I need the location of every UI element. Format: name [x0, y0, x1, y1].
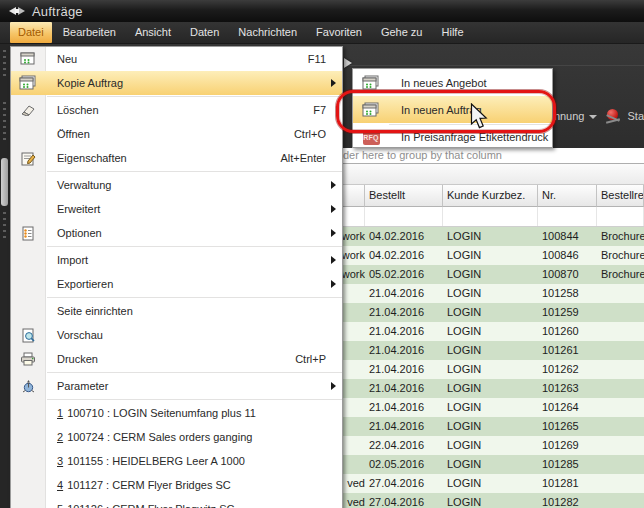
status-pin-icon[interactable] — [605, 108, 621, 124]
toolbar-grip[interactable] — [3, 102, 6, 142]
table-row[interactable]: 21.04.2016 LOGIN 101261 — [343, 341, 644, 360]
menu-item-label: Öffnen — [57, 128, 90, 140]
cell-nr: 101261 — [538, 341, 597, 360]
recent-item-1[interactable]: 1100710 : LOGIN Seitenumfang plus 11 — [11, 401, 342, 425]
menubar-item-gehezu[interactable]: Gehe zu — [373, 22, 431, 43]
cell-kunde: LOGIN — [443, 227, 538, 246]
recent-number: 3 — [57, 455, 63, 467]
status-button-fragment[interactable]: Sta — [627, 110, 644, 122]
toolbar-grip[interactable] — [3, 50, 6, 78]
menu-item-oeffnen[interactable]: Öffnen Ctrl+O — [11, 122, 342, 146]
dock-scroll-thumb[interactable] — [1, 158, 8, 206]
table-row[interactable]: ved 27.04.2016 LOGIN 101281 — [343, 474, 644, 493]
menu-item-import[interactable]: Import — [11, 248, 342, 272]
menubar-item-bearbeiten[interactable]: Bearbeiten — [55, 22, 124, 43]
submenu-arrow-icon — [331, 382, 336, 390]
recent-number: 2 — [57, 431, 63, 443]
menu-item-eigenschaften[interactable]: Eigenschaften Alt+Enter — [11, 146, 342, 170]
print-preview-icon — [19, 326, 37, 344]
table-row[interactable]: twork 04.02.2016 LOGIN 100846 Brochure — [343, 246, 644, 265]
cell-status: ved — [343, 493, 365, 508]
menu-item-verwaltung[interactable]: Verwaltung — [11, 173, 342, 197]
menubar-item-ansicht[interactable]: Ansicht — [127, 22, 179, 43]
table-row[interactable]: 21.04.2016 LOGIN 101264 — [343, 398, 644, 417]
cell-bestellt: 21.04.2016 — [365, 379, 443, 398]
recent-item-5[interactable]: 5101126 : CERM Flyer Plagwitz SC — [11, 497, 342, 508]
cell-nr: 101264 — [538, 398, 597, 417]
menu-item-loeschen[interactable]: Löschen F7 — [11, 98, 342, 122]
menu-item-vorschau[interactable]: Vorschau — [11, 323, 342, 347]
column-header-status[interactable] — [343, 185, 365, 207]
mouse-cursor — [470, 103, 488, 130]
menu-item-label: Parameter — [57, 380, 108, 392]
cell-ref — [597, 398, 644, 417]
filter-cell[interactable] — [538, 207, 597, 226]
cell-bestellt: 02.05.2016 — [365, 455, 443, 474]
menubar-item-favoriten[interactable]: Favoriten — [308, 22, 370, 43]
menu-item-seite-einrichten[interactable]: Seite einrichten — [11, 299, 342, 323]
recent-item-3[interactable]: 3101155 : HEIDELBERG Leer A 1000 — [11, 449, 342, 473]
table-row[interactable]: 21.04.2016 LOGIN 101265 — [343, 417, 644, 436]
cell-bestellt: 27.04.2016 — [365, 474, 443, 493]
table-row[interactable]: 21.04.2016 LOGIN 101259 — [343, 303, 644, 322]
cell-bestellt: 21.04.2016 — [365, 398, 443, 417]
recent-item-4[interactable]: 4101127 : CERM Flyer Bridges SC — [11, 473, 342, 497]
table-row[interactable]: 22.04.2016 LOGIN 101269 — [343, 436, 644, 455]
cell-status — [343, 341, 365, 360]
menubar-item-datei[interactable]: Datei — [10, 22, 52, 43]
table-row[interactable]: twork 04.02.2016 LOGIN 100844 Brochure — [343, 227, 644, 246]
table-row[interactable]: 21.04.2016 LOGIN 101262 — [343, 360, 644, 379]
cell-nr: 101282 — [538, 493, 597, 508]
cell-status — [343, 436, 365, 455]
filter-cell[interactable] — [365, 207, 443, 226]
toolbar-grip[interactable] — [3, 212, 6, 238]
cell-bestellt: 05.02.2016 — [365, 265, 443, 284]
menu-item-erweitert[interactable]: Erweitert — [11, 197, 342, 221]
submenu-arrow-icon — [331, 181, 336, 189]
recent-item-2[interactable]: 2100724 : CERM Sales orders ganging — [11, 425, 342, 449]
table-row[interactable]: 21.04.2016 LOGIN 101263 — [343, 379, 644, 398]
cell-ref — [597, 436, 644, 455]
menubar-item-hilfe[interactable]: Hilfe — [434, 22, 472, 43]
cell-kunde: LOGIN — [443, 360, 538, 379]
menu-item-label: Verwaltung — [57, 179, 111, 191]
menu-item-label: Optionen — [57, 227, 102, 239]
cell-ref: Brochure — [597, 227, 644, 246]
grid-band-row — [343, 163, 644, 185]
table-row[interactable]: 21.04.2016 LOGIN 101260 — [343, 322, 644, 341]
form-new-icon — [19, 50, 37, 68]
menu-item-neu[interactable]: Neu F11 — [11, 47, 342, 71]
column-header-nr[interactable]: Nr. — [538, 185, 597, 207]
cell-status: ved — [343, 474, 365, 493]
cell-nr: 101258 — [538, 284, 597, 303]
cell-ref: Brochure — [597, 265, 644, 284]
table-row[interactable]: ved 27.04.2016 LOGIN 101282 — [343, 493, 644, 508]
recent-number: 5 — [57, 503, 63, 508]
recent-label: 101155 : HEIDELBERG Leer A 1000 — [67, 455, 245, 467]
menu-shortcut: F11 — [308, 53, 326, 65]
cell-status — [343, 322, 365, 341]
column-header-bestellt[interactable]: Bestellt — [365, 185, 443, 207]
menu-item-optionen[interactable]: Optionen — [11, 221, 342, 245]
title-bar: Aufträge — [0, 0, 644, 23]
cell-bestellt: 04.02.2016 — [365, 227, 443, 246]
column-header-kunde[interactable]: Kunde Kurzbez. — [443, 185, 538, 207]
menu-item-parameter[interactable]: Parameter — [11, 374, 342, 398]
menu-item-kopie-auftrag[interactable]: Kopie Auftrag — [11, 71, 342, 95]
cell-kunde: LOGIN — [443, 284, 538, 303]
cell-nr: 100870 — [538, 265, 597, 284]
filter-cell[interactable] — [343, 207, 365, 226]
column-header-bestellref[interactable]: Bestellref — [597, 185, 644, 207]
table-row[interactable]: 02.05.2016 LOGIN 101285 — [343, 455, 644, 474]
menubar-item-nachrichten[interactable]: Nachrichten — [230, 22, 305, 43]
menu-item-exportieren[interactable]: Exportieren — [11, 272, 342, 296]
filter-cell[interactable] — [597, 207, 644, 226]
table-row[interactable]: twork 05.02.2016 LOGIN 100870 Brochure — [343, 265, 644, 284]
table-row[interactable]: 21.04.2016 LOGIN 101258 — [343, 284, 644, 303]
group-by-panel[interactable]: der here to group by that column — [343, 148, 644, 163]
cell-nr: 101281 — [538, 474, 597, 493]
menu-item-drucken[interactable]: Drucken Ctrl+P — [11, 347, 342, 371]
menubar-item-daten[interactable]: Daten — [182, 22, 227, 43]
grid-filter-row — [343, 207, 644, 227]
filter-cell[interactable] — [443, 207, 538, 226]
